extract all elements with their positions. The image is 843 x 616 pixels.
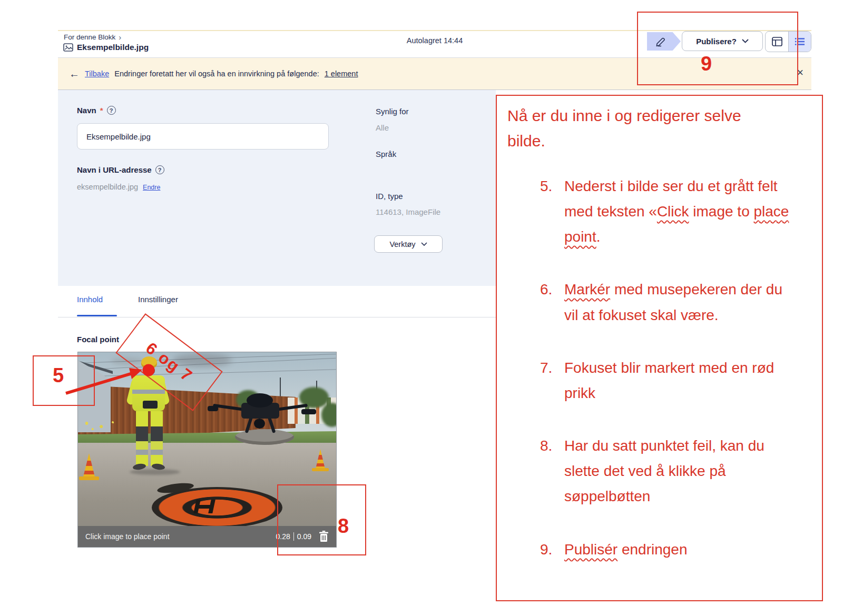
landing-pad (152, 487, 282, 526)
cone-base (312, 468, 329, 471)
instruction-intro: Nå er du inne i og redigerer selve bilde… (507, 103, 771, 154)
help-icon[interactable]: ? (155, 165, 164, 174)
instruction-item: 7.Fokuset blir markert med en rød prikk (507, 355, 809, 406)
id-type-value: 114613, ImageFile (376, 207, 440, 216)
back-link[interactable]: Tilbake (85, 69, 109, 78)
person-controller (143, 401, 158, 409)
notification-message: Endringer foretatt her vil også ha en in… (114, 69, 319, 78)
url-label-row: Navn i URL-adresse ? (77, 165, 164, 174)
annotation-number-5: 5 (53, 364, 64, 387)
focal-point-heading: Focal point (77, 335, 119, 344)
tab-content[interactable]: Innhold (77, 295, 103, 304)
drone-rotor (208, 406, 218, 411)
photo-flowers (78, 416, 126, 433)
drone-gimbal (254, 419, 265, 429)
name-input[interactable] (77, 123, 329, 150)
instruction-item: 8.Har du satt punktet feil, kan du slett… (507, 433, 809, 509)
visible-for-value: Alle (376, 123, 389, 132)
chevron-down-icon (421, 242, 427, 246)
back-arrow-icon[interactable]: ← (69, 68, 80, 79)
instruction-item: 6.Markér med musepekeren der du vil at f… (507, 277, 809, 327)
photo-rock (235, 429, 294, 445)
tab-settings[interactable]: Innstillinger (138, 295, 178, 304)
drone-rotor (301, 409, 316, 414)
tools-dropdown-label: Verktøy (389, 240, 415, 249)
annotation-number-8: 8 (338, 515, 349, 538)
affected-elements-link[interactable]: 1 element (325, 69, 358, 78)
help-icon[interactable]: ? (107, 106, 116, 115)
person-leg (151, 411, 163, 466)
instruction-item: 9.Publisér endringen (507, 537, 809, 562)
drone-dome (247, 393, 273, 408)
person-leg (136, 411, 148, 466)
instruction-list: 5.Nederst i bilde ser du et grått felt m… (507, 174, 809, 562)
name-label: Navn (77, 106, 96, 115)
name-label-row: Navn * ? (77, 106, 116, 115)
visible-for-label: Synlig for (376, 107, 409, 116)
id-type-label: ID, type (376, 192, 403, 201)
annotation-number-6-7: 6 og 7 (142, 339, 197, 386)
active-tab-underline (77, 315, 117, 316)
pad-h-marking (195, 500, 214, 513)
tools-dropdown[interactable]: Verktøy (374, 235, 443, 253)
annotation-number-9: 9 (701, 53, 712, 75)
instruction-item: 5.Nederst i bilde ser du et grått felt m… (507, 174, 809, 250)
url-label: Navn i URL-adresse (77, 165, 152, 174)
annotation-box-8 (277, 484, 366, 555)
language-label: Språk (376, 150, 396, 158)
page: For denne Blokk › Eksempelbilde.jpg Auto… (0, 0, 843, 616)
required-mark: * (100, 106, 103, 115)
placement-hint: Click image to place point (85, 532, 170, 541)
person-shadow (130, 469, 180, 475)
annotation-box-9 (637, 12, 798, 85)
url-value: eksempelbilde.jpg (77, 183, 138, 191)
url-edit-link[interactable]: Endre (143, 184, 160, 191)
tabs-divider (58, 317, 496, 317)
properties-panel: Navn * ? Navn i URL-adresse ? eksempelbi… (58, 90, 496, 286)
tab-bar: Innhold Innstillinger (58, 286, 496, 317)
cone-base (79, 476, 99, 480)
instruction-panel: Nå er du inne i og redigerer selve bilde… (496, 95, 823, 601)
